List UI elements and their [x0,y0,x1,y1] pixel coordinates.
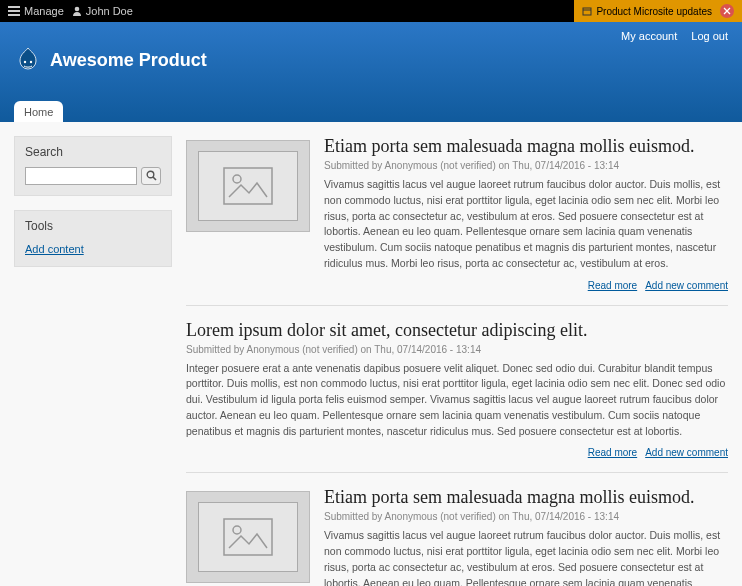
svg-point-10 [147,171,154,178]
header-user-links: My account Log out [621,30,728,42]
search-button[interactable] [141,167,161,185]
image-placeholder-icon [198,151,298,221]
article-title[interactable]: Etiam porta sem malesuada magna mollis e… [324,487,728,508]
article-title[interactable]: Etiam porta sem malesuada magna mollis e… [324,136,728,157]
article-text: Integer posuere erat a ante venenatis da… [186,361,728,440]
toolbar-right: Product Microsite updates [574,0,742,22]
svg-rect-2 [8,14,20,16]
search-block: Search [14,136,172,196]
update-notification[interactable]: Product Microsite updates [574,0,742,22]
article: Lorem ipsum dolor sit amet, consectetur … [186,320,728,474]
hamburger-icon [8,6,20,16]
svg-rect-14 [224,519,272,555]
article: Etiam porta sem malesuada magna mollis e… [186,136,728,306]
article-body: Etiam porta sem malesuada magna mollis e… [324,136,728,291]
svg-point-9 [30,61,32,63]
article-links: Read more Add new comment [324,280,728,291]
article: Etiam porta sem malesuada magna mollis e… [186,487,728,586]
page-body: Search Tools Add content [0,122,742,586]
update-label: Product Microsite updates [596,6,712,17]
main-content: Etiam porta sem malesuada magna mollis e… [186,136,728,586]
add-content-link[interactable]: Add content [25,243,84,255]
svg-point-15 [233,526,241,534]
search-input[interactable] [25,167,137,185]
site-header: My account Log out Awesome Product Home [0,22,742,122]
article-title[interactable]: Lorem ipsum dolor sit amet, consectetur … [186,320,728,341]
article-meta: Submitted by Anonymous (not verified) on… [324,160,728,171]
user-menu[interactable]: John Doe [72,5,133,17]
primary-tabs: Home [14,101,63,122]
article-thumbnail[interactable] [186,491,310,583]
article-text: Vivamus sagittis lacus vel augue laoreet… [324,528,728,586]
logout-link[interactable]: Log out [691,30,728,42]
read-more-link[interactable]: Read more [588,280,637,291]
svg-rect-1 [8,10,20,12]
manage-label: Manage [24,5,64,17]
svg-rect-12 [224,168,272,204]
close-icon[interactable] [720,4,734,18]
article-meta: Submitted by Anonymous (not verified) on… [186,344,728,355]
tab-home[interactable]: Home [14,101,63,122]
svg-point-3 [74,7,79,12]
admin-toolbar: Manage John Doe Product Microsite update… [0,0,742,22]
search-title: Search [15,137,171,167]
add-comment-link[interactable]: Add new comment [645,280,728,291]
my-account-link[interactable]: My account [621,30,677,42]
image-placeholder-icon [198,502,298,572]
tools-block: Tools Add content [14,210,172,267]
drupal-logo-icon [14,46,42,74]
article-meta: Submitted by Anonymous (not verified) on… [324,511,728,522]
svg-point-13 [233,175,241,183]
manage-menu[interactable]: Manage [8,5,64,17]
article-body: Etiam porta sem malesuada magna mollis e… [324,487,728,586]
svg-point-8 [24,61,26,63]
search-icon [146,169,157,184]
tools-title: Tools [15,211,171,241]
add-comment-link[interactable]: Add new comment [645,447,728,458]
article-text: Vivamus sagittis lacus vel augue laoreet… [324,177,728,272]
svg-rect-0 [8,6,20,8]
article-thumbnail[interactable] [186,140,310,232]
toolbar-left: Manage John Doe [0,5,133,17]
read-more-link[interactable]: Read more [588,447,637,458]
svg-rect-4 [583,8,591,15]
package-icon [582,6,592,16]
user-label: John Doe [86,5,133,17]
user-icon [72,6,82,16]
sidebar: Search Tools Add content [14,136,172,586]
site-name: Awesome Product [50,50,207,71]
svg-line-11 [153,177,156,180]
article-links: Read more Add new comment [186,447,728,458]
